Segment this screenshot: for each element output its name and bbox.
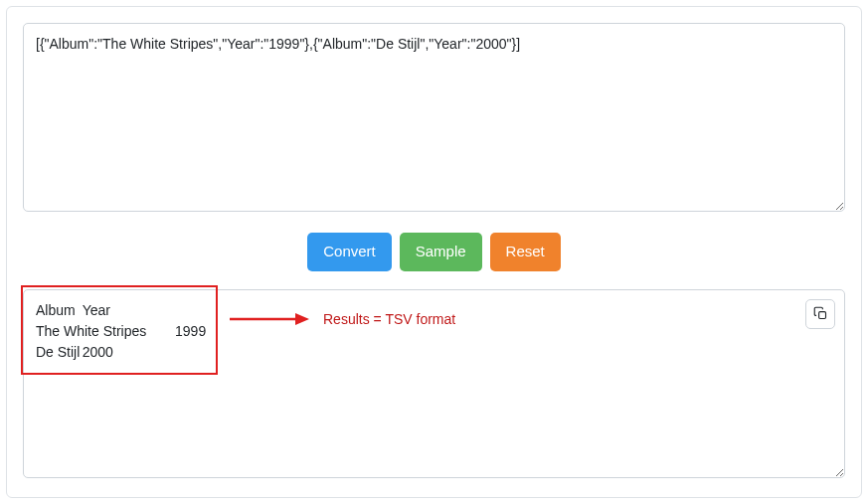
- svg-rect-0: [818, 312, 825, 319]
- convert-button[interactable]: Convert: [307, 233, 392, 271]
- copy-button[interactable]: [805, 299, 835, 329]
- json-input[interactable]: [23, 23, 845, 212]
- converter-card: Convert Sample Reset Results = TSV forma…: [6, 6, 862, 498]
- sample-button[interactable]: Sample: [400, 233, 482, 271]
- output-wrapper: [23, 289, 845, 481]
- copy-icon: [813, 306, 828, 321]
- tsv-output[interactable]: [23, 289, 845, 478]
- button-row: Convert Sample Reset: [23, 233, 845, 271]
- reset-button[interactable]: Reset: [490, 233, 561, 271]
